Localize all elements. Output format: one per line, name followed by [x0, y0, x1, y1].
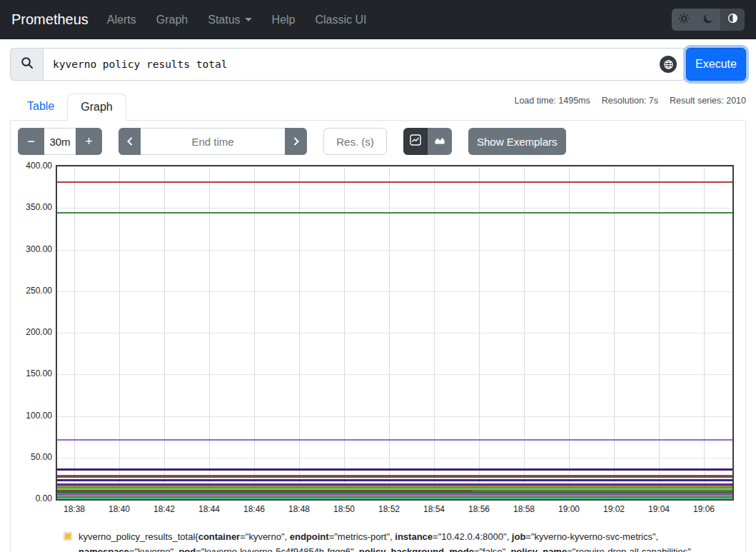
chart-area: 400.00350.00300.00250.00200.00150.00100.…: [18, 165, 738, 518]
x-tick-label: 19:02: [598, 504, 630, 514]
nav-item-status[interactable]: Status: [208, 14, 251, 26]
x-tick-label: 18:52: [373, 504, 405, 514]
x-tick-label: 19:06: [688, 504, 720, 514]
y-axis-labels: 400.00350.00300.00250.00200.00150.00100.…: [18, 165, 56, 501]
y-tick-label: 350.00: [18, 202, 52, 212]
x-tick-label: 19:04: [643, 504, 675, 514]
nav-item-graph[interactable]: Graph: [156, 14, 188, 26]
x-tick-label: 18:46: [238, 504, 270, 514]
plot-area[interactable]: [56, 165, 734, 501]
resolution: Resolution: 7s: [602, 96, 658, 106]
stacked-chart-icon: [434, 134, 445, 149]
nav-links: AlertsGraphStatusHelpClassic UI: [107, 14, 367, 26]
query-input-wrap: [43, 48, 684, 81]
range-increase-button[interactable]: +: [76, 128, 102, 155]
time-back-button[interactable]: [119, 128, 141, 155]
legend-row[interactable]: kyverno_policy_results_total{container="…: [64, 529, 738, 552]
time-navigation: [119, 128, 307, 155]
y-tick-label: 50.00: [18, 452, 52, 462]
graph-panel: − +: [10, 121, 746, 552]
metrics-explorer-icon[interactable]: [660, 56, 677, 73]
stacked-chart-toggle[interactable]: [428, 128, 452, 155]
search-icon: [21, 56, 34, 72]
x-axis-labels: 18:3818:4018:4218:4418:4618:4818:5018:52…: [57, 501, 738, 518]
range-stepper: − +: [18, 128, 102, 155]
theme-toggle-group: [672, 9, 745, 31]
x-tick-label: 18:42: [148, 504, 180, 514]
tab-graph[interactable]: Graph: [67, 94, 126, 121]
y-tick-label: 100.00: [18, 411, 52, 421]
load-time: Load time: 1495ms: [514, 96, 590, 106]
y-tick-label: 300.00: [18, 244, 52, 254]
x-tick-label: 18:58: [508, 504, 540, 514]
chart-type-toggle: [403, 128, 452, 155]
x-tick-label: 19:00: [553, 504, 585, 514]
chevron-left-icon: [126, 134, 134, 149]
legend-label: kyverno_policy_results_total{container="…: [79, 529, 738, 552]
resolution-input[interactable]: [323, 128, 387, 155]
theme-auto-button[interactable]: [720, 9, 745, 31]
x-tick-label: 18:56: [463, 504, 495, 514]
graph-controls: − +: [18, 128, 738, 155]
x-tick-label: 18:38: [59, 504, 90, 514]
series-swatch: [64, 532, 72, 541]
top-navbar: Prometheus AlertsGraphStatusHelpClassic …: [0, 0, 756, 39]
y-tick-label: 200.00: [18, 327, 52, 337]
tabs-bar: Table Graph Load time: 1495ms Resolution…: [10, 89, 746, 121]
range-input[interactable]: [44, 128, 76, 155]
line-chart-toggle[interactable]: [403, 128, 428, 155]
circle-half-icon: [727, 13, 738, 26]
show-exemplars-button[interactable]: Show Exemplars: [468, 128, 566, 155]
query-input[interactable]: [43, 48, 684, 81]
result-series: Result series: 2010: [670, 96, 746, 106]
tab-table[interactable]: Table: [14, 94, 67, 120]
theme-light-button[interactable]: [672, 9, 696, 31]
execute-button[interactable]: Execute: [686, 48, 746, 81]
x-tick-label: 18:54: [418, 504, 450, 514]
x-tick-label: 18:44: [193, 504, 225, 514]
y-tick-label: 400.00: [18, 161, 52, 171]
nav-item-help[interactable]: Help: [272, 14, 296, 26]
x-tick-label: 18:40: [104, 504, 135, 514]
line-chart-icon: [410, 134, 421, 149]
caret-down-icon: [245, 18, 252, 21]
x-tick-label: 18:50: [328, 504, 360, 514]
query-stats: Load time: 1495ms Resolution: 7s Result …: [514, 96, 746, 106]
theme-dark-button[interactable]: [696, 9, 720, 31]
range-decrease-button[interactable]: −: [18, 128, 44, 155]
x-tick-label: 18:48: [283, 504, 315, 514]
search-addon: [10, 48, 43, 81]
moon-icon: [703, 13, 714, 26]
time-forward-button[interactable]: [285, 128, 307, 155]
chart-canvas: [57, 166, 732, 499]
app-brand[interactable]: Prometheus: [11, 11, 89, 28]
end-time-input[interactable]: [141, 128, 285, 155]
query-bar: Execute: [0, 39, 756, 88]
nav-item-alerts[interactable]: Alerts: [107, 14, 136, 26]
nav-item-classic-ui[interactable]: Classic UI: [315, 14, 366, 26]
y-tick-label: 0.00: [18, 493, 52, 503]
y-tick-label: 150.00: [18, 368, 52, 378]
sun-icon: [678, 13, 690, 27]
y-tick-label: 250.00: [18, 286, 52, 296]
chevron-right-icon: [292, 134, 301, 149]
